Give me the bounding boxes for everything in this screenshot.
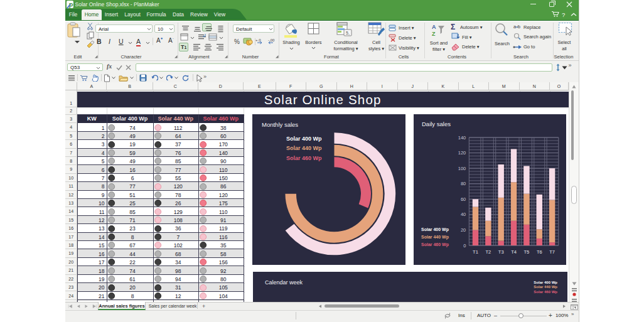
svg-text:T6: T6 — [537, 249, 542, 255]
svg-text:5,: 5, — [346, 31, 350, 35]
svg-text:140: 140 — [458, 135, 466, 141]
svg-text:40: 40 — [461, 212, 466, 217]
svg-text:60: 60 — [461, 196, 466, 202]
svg-text:T5: T5 — [524, 249, 530, 255]
svg-text:A: A — [432, 24, 436, 30]
svg-text:T1: T1 — [473, 249, 478, 255]
svg-text:T3: T3 — [498, 249, 504, 255]
svg-text:0: 0 — [463, 243, 466, 249]
svg-text:120: 120 — [458, 150, 466, 156]
svg-text:Z: Z — [432, 31, 436, 37]
svg-text:T2: T2 — [486, 249, 491, 255]
svg-text:T4: T4 — [511, 249, 517, 255]
svg-text:T7: T7 — [549, 249, 555, 255]
svg-text:100: 100 — [458, 166, 466, 171]
svg-text:20: 20 — [461, 227, 466, 233]
svg-text:80: 80 — [461, 181, 466, 186]
